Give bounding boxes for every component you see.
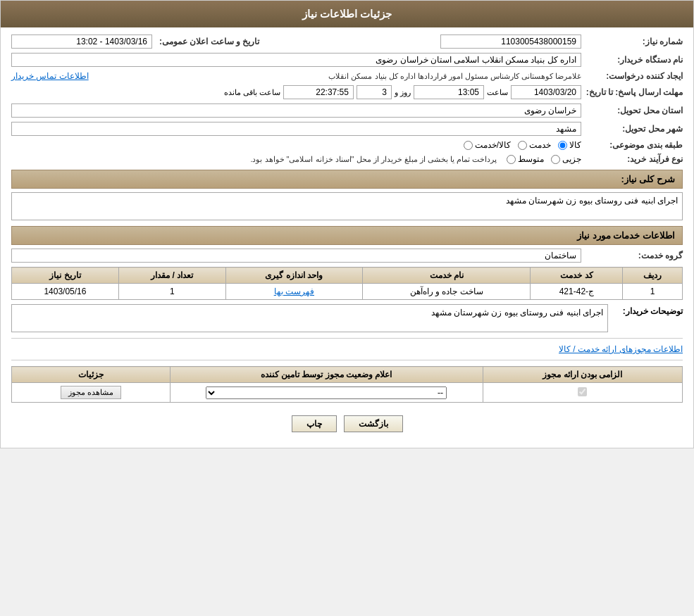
unit-link[interactable]: فهرست بها bbox=[274, 287, 314, 296]
province-value: خراسان رضوی bbox=[11, 103, 581, 118]
col-quantity: تعداد / مقدار bbox=[118, 268, 225, 284]
page-title: جزئیات اطلاعات نیاز bbox=[302, 8, 392, 20]
city-row: شهر محل تحویل: مشهد bbox=[11, 122, 683, 136]
license-status-cell: -- bbox=[170, 383, 483, 403]
deadline-remaining-label: ساعت باقی مانده bbox=[224, 88, 280, 97]
deadline-time-label: ساعت bbox=[487, 88, 508, 97]
license-details-cell: مشاهده مجوز bbox=[12, 383, 171, 403]
purchase-motevaset-radio[interactable] bbox=[507, 155, 516, 164]
bottom-buttons: بازگشت چاپ bbox=[11, 407, 683, 441]
print-button[interactable]: چاپ bbox=[292, 415, 337, 432]
license-info-link[interactable]: اطلاعات مجوزهای ارائه خدمت / کالا bbox=[559, 344, 683, 354]
page-header: جزئیات اطلاعات نیاز bbox=[1, 1, 693, 27]
creator-link[interactable]: اطلاعات تماس خریدار bbox=[11, 71, 89, 81]
purchase-type-row: نوع فرآیند خرید: متوسط جزیی پرداخت تمام … bbox=[11, 154, 683, 164]
creator-label: ایجاد کننده درخواست: bbox=[584, 71, 683, 81]
category-radio-group: کالا/خدمت خدمت کالا bbox=[464, 140, 581, 150]
col-name: نام خدمت bbox=[363, 268, 531, 284]
purchase-note: پرداخت تمام یا بخشی از مبلغ خریدار از مح… bbox=[11, 155, 497, 164]
province-row: استان محل تحویل: خراسان رضوی bbox=[11, 103, 683, 118]
license-col-details: جزئیات bbox=[12, 367, 171, 383]
creator-name: غلامرضا کوهستانی کارشناس مسئول امور قرار… bbox=[92, 72, 581, 81]
purchase-motevaset-item: متوسط bbox=[507, 154, 544, 164]
public-announce-value: 1403/03/16 - 13:02 bbox=[11, 34, 152, 49]
deadline-row: مهلت ارسال پاسخ: تا تاریخ: 1403/03/20 سا… bbox=[11, 85, 683, 99]
cell-name: ساخت جاده و راه‌آهن bbox=[363, 284, 531, 300]
page-wrapper: جزئیات اطلاعات نیاز شماره نیاز: 11030054… bbox=[0, 0, 694, 448]
category-kala-khedmat-label: کالا/خدمت bbox=[475, 140, 511, 150]
deadline-date: 1403/03/20 bbox=[511, 85, 581, 99]
back-button[interactable]: بازگشت bbox=[344, 415, 403, 432]
col-row: ردیف bbox=[623, 268, 683, 284]
deadline-time: 13:05 bbox=[414, 85, 484, 99]
view-license-button[interactable]: مشاهده مجوز bbox=[61, 386, 121, 399]
general-desc-textarea[interactable] bbox=[11, 192, 683, 220]
city-label: شهر محل تحویل: bbox=[584, 124, 683, 134]
need-number-value: 1103005438000159 bbox=[440, 34, 581, 49]
general-desc-header-label: شرح کلی نیاز: bbox=[621, 174, 675, 184]
separator-1 bbox=[11, 338, 683, 339]
license-status-select[interactable]: -- bbox=[206, 386, 447, 399]
general-desc-header: شرح کلی نیاز: bbox=[11, 170, 683, 189]
license-required-checkbox bbox=[578, 387, 587, 396]
cell-unit: فهرست بها bbox=[225, 284, 362, 300]
purchase-jozi-item: جزیی bbox=[551, 154, 581, 164]
category-khedmat-label: خدمت bbox=[529, 140, 551, 150]
services-table: ردیف کد خدمت نام خدمت واحد اندازه گیری ت… bbox=[11, 267, 683, 300]
buyer-notes-row: توضیحات خریدار: bbox=[11, 304, 683, 332]
license-required-cell bbox=[483, 383, 682, 403]
separator-2 bbox=[11, 360, 683, 360]
buyer-notes-label: توضیحات خریدار: bbox=[612, 304, 683, 316]
col-code: کد خدمت bbox=[531, 268, 623, 284]
cell-row: 1 bbox=[623, 284, 683, 300]
category-row: طبقه بندی موضوعی: کالا/خدمت خدمت کالا bbox=[11, 140, 683, 150]
deadline-remaining: 22:37:55 bbox=[283, 85, 354, 99]
purchase-jozi-radio[interactable] bbox=[551, 155, 560, 164]
col-unit: واحد اندازه گیری bbox=[225, 268, 362, 284]
purchase-jozi-label: جزیی bbox=[562, 154, 581, 164]
category-kala-label: کالا bbox=[569, 140, 581, 150]
category-kala-khedmat-radio[interactable] bbox=[464, 141, 473, 150]
category-kala-radio[interactable] bbox=[558, 141, 567, 150]
buyer-org-row: نام دستگاه خریدار: اداره کل بنیاد مسکن ا… bbox=[11, 53, 683, 67]
buyer-org-label: نام دستگاه خریدار: bbox=[584, 55, 683, 65]
license-row: -- مشاهده مجوز bbox=[12, 383, 683, 403]
purchase-type-label: نوع فرآیند خرید: bbox=[584, 154, 683, 164]
category-kala-item: کالا bbox=[558, 140, 581, 150]
buyer-notes-textarea[interactable] bbox=[11, 304, 608, 332]
cell-date: 1403/05/16 bbox=[12, 284, 119, 300]
table-row: 1 ج-42-421 ساخت جاده و راه‌آهن فهرست بها… bbox=[12, 284, 683, 300]
general-desc-row bbox=[11, 192, 683, 220]
cell-quantity: 1 bbox=[118, 284, 225, 300]
need-number-label: شماره نیاز: bbox=[584, 37, 683, 46]
category-label: طبقه بندی موضوعی: bbox=[584, 140, 683, 150]
service-group-value: ساختمان bbox=[11, 249, 581, 263]
deadline-days: 3 bbox=[357, 85, 392, 99]
license-col-status: اعلام وضعیت مجوز توسط تامین کننده bbox=[170, 367, 483, 383]
license-col-required: الزامی بودن ارائه مجوز bbox=[483, 367, 682, 383]
city-value: مشهد bbox=[11, 122, 581, 136]
service-info-header: اطلاعات خدمات مورد نیاز bbox=[11, 226, 683, 245]
deadline-days-label: روز و bbox=[395, 88, 411, 97]
public-announce-label: تاریخ و ساعت اعلان عمومی: bbox=[159, 37, 259, 46]
purchase-radio-group: متوسط جزیی bbox=[507, 154, 581, 164]
license-info-link-row: اطلاعات مجوزهای ارائه خدمت / کالا bbox=[11, 344, 683, 354]
service-info-header-label: اطلاعات خدمات مورد نیاز bbox=[577, 230, 675, 241]
category-khedmat-item: خدمت bbox=[518, 140, 551, 150]
cell-code: ج-42-421 bbox=[531, 284, 623, 300]
deadline-label: مهلت ارسال پاسخ: تا تاریخ: bbox=[584, 87, 683, 97]
province-label: استان محل تحویل: bbox=[584, 106, 683, 115]
purchase-motevaset-label: متوسط bbox=[518, 154, 544, 164]
category-khedmat-radio[interactable] bbox=[518, 141, 527, 150]
license-table: الزامی بودن ارائه مجوز اعلام وضعیت مجوز … bbox=[11, 366, 683, 403]
buyer-org-value: اداره کل بنیاد مسکن انقلاب اسلامی استان … bbox=[11, 53, 581, 67]
service-group-label: گروه خدمت: bbox=[584, 251, 683, 260]
content-area: شماره نیاز: 1103005438000159 تاریخ و ساع… bbox=[1, 27, 693, 448]
creator-row: ایجاد کننده درخواست: غلامرضا کوهستانی کا… bbox=[11, 71, 683, 81]
col-date: تاریخ نیاز bbox=[12, 268, 119, 284]
category-kala-khedmat-item: کالا/خدمت bbox=[464, 140, 511, 150]
need-number-row: شماره نیاز: 1103005438000159 تاریخ و ساع… bbox=[11, 34, 683, 49]
service-group-row: گروه خدمت: ساختمان bbox=[11, 249, 683, 263]
